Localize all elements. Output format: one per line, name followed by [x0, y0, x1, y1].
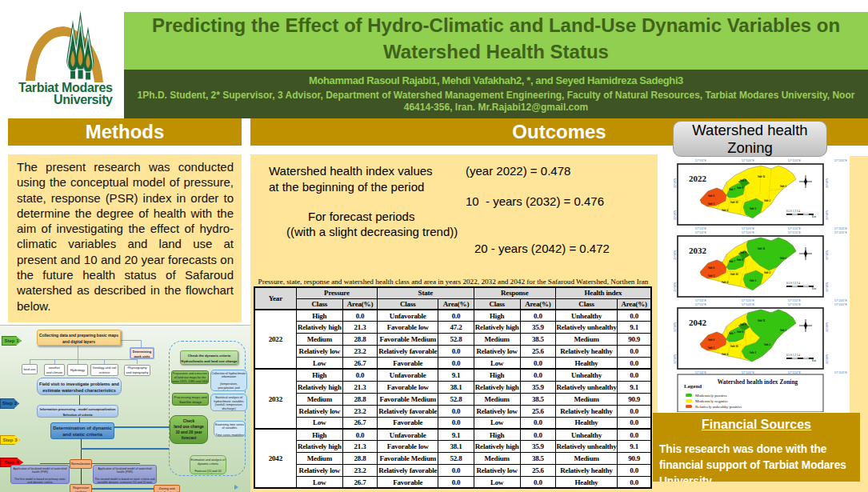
- svg-text:Legend: Legend: [684, 383, 702, 390]
- svg-text:Relatively unhealthy positive: Relatively unhealthy positive: [695, 405, 742, 409]
- svg-text:University: University: [54, 93, 113, 106]
- svg-text:Moderately negative: Moderately negative: [695, 399, 729, 403]
- svg-text:2022: 2022: [689, 174, 707, 183]
- svg-text:2032: 2032: [689, 246, 707, 255]
- svg-text:Moderately positive: Moderately positive: [695, 394, 728, 398]
- svg-text:Watershed health index Zoning: Watershed health index Zoning: [718, 378, 798, 386]
- svg-text:2042: 2042: [689, 318, 707, 327]
